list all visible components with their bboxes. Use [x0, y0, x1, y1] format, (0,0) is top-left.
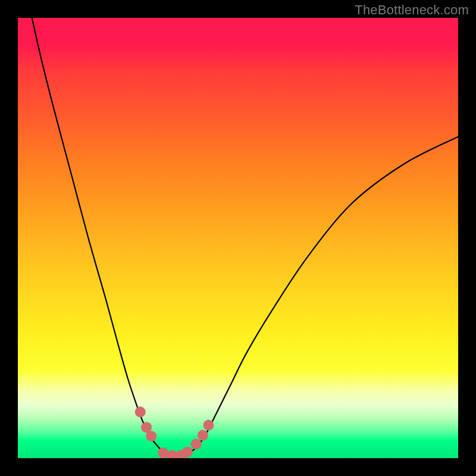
highlight-marker	[182, 447, 193, 458]
highlight-marker	[203, 420, 214, 431]
highlight-marker	[146, 431, 156, 441]
highlight-marker	[198, 430, 208, 441]
plot-area	[18, 18, 458, 458]
curves-layer	[18, 18, 458, 458]
marker-group	[135, 406, 214, 458]
highlight-marker	[135, 406, 146, 417]
chart-frame: TheBottleneck.com	[0, 0, 476, 476]
highlight-marker	[191, 439, 202, 449]
left-curve	[31, 18, 181, 456]
watermark-text: TheBottleneck.com	[355, 2, 469, 18]
right-curve	[181, 137, 458, 456]
